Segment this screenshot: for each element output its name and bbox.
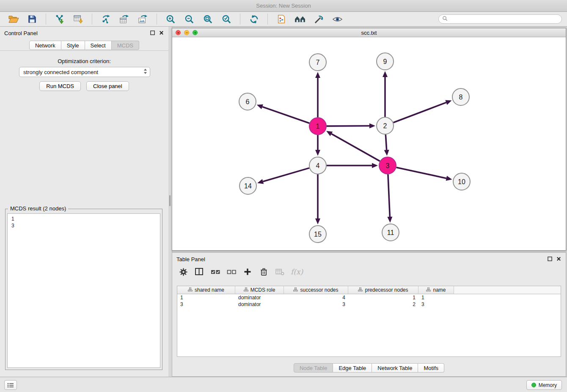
column-sort-icon: [426, 287, 431, 293]
export-table-icon[interactable]: [117, 13, 132, 25]
graph-edge-arrowhead: [372, 163, 378, 168]
close-panel-icon[interactable]: [159, 30, 164, 36]
close-panel-button[interactable]: Close panel: [86, 81, 129, 91]
graph-node-label-15: 15: [314, 231, 322, 238]
refresh-icon[interactable]: [246, 13, 261, 25]
float-table-panel-icon[interactable]: [547, 256, 553, 262]
memory-button[interactable]: Memory: [526, 380, 562, 390]
network-window-title: scc.txt: [172, 30, 566, 36]
table-cell[interactable]: 4: [284, 294, 348, 301]
search-field[interactable]: [438, 14, 562, 24]
column-sort-icon: [188, 287, 193, 293]
network-view-window: scc.txt 7968124314101511: [172, 28, 566, 251]
mcds-result-list[interactable]: 1 3: [7, 213, 160, 368]
table-cell[interactable]: 1: [177, 294, 235, 301]
tab-network-table[interactable]: Network Table: [372, 363, 418, 373]
column-header-predecessor-nodes[interactable]: predecessor nodes: [348, 286, 418, 294]
show-hide-graphics-icon[interactable]: [330, 13, 345, 25]
tab-style[interactable]: Style: [61, 41, 85, 50]
table-panel-tabs: Node TableEdge TableNetwork TableMotifs: [172, 363, 566, 373]
table-row[interactable]: 3dominator323: [177, 301, 561, 308]
tab-edge-table[interactable]: Edge Table: [333, 363, 372, 373]
table-cell[interactable]: 1: [348, 294, 418, 301]
graph-edge-arrowhead: [384, 150, 389, 156]
table-panel-header: Table Panel: [172, 253, 566, 265]
graph-edge-arrowhead: [315, 150, 320, 156]
delete-table-icon: [275, 265, 285, 278]
window-titlebar: Session: New Session: [0, 0, 567, 12]
toolbar-separator: [92, 14, 92, 25]
gear-icon[interactable]: [178, 265, 188, 278]
graph-node-label-4: 4: [316, 162, 320, 169]
new-network-from-selection-icon[interactable]: [274, 13, 289, 25]
import-table-icon[interactable]: [71, 13, 86, 25]
graph-edge-1-2[interactable]: [327, 126, 369, 126]
graph-edge-4-14[interactable]: [263, 168, 309, 182]
graph-edge-arrowhead: [315, 72, 320, 78]
export-network-icon[interactable]: [98, 13, 113, 25]
network-canvas[interactable]: 7968124314101511: [172, 37, 566, 250]
table-cell[interactable]: 3: [177, 301, 235, 308]
graph-node-label-6: 6: [246, 98, 250, 105]
graph-edge-1-6[interactable]: [262, 107, 309, 123]
table-cell[interactable]: dominator: [235, 301, 284, 308]
select-all-checkboxes-icon[interactable]: [210, 265, 220, 278]
network-window-titlebar: scc.txt: [172, 28, 566, 37]
graph-edge-arrowhead: [257, 179, 264, 184]
table-body: 1dominator4113dominator323: [177, 294, 561, 308]
clear-all-checkboxes-icon[interactable]: [226, 265, 237, 278]
tab-network[interactable]: Network: [29, 41, 61, 50]
dropdown-stepper-icon: [143, 68, 147, 76]
save-session-icon[interactable]: [25, 13, 40, 25]
graph-edge-3-1[interactable]: [331, 134, 380, 161]
column-header-mcds-role[interactable]: MCDS role: [235, 286, 284, 294]
zoom-selected-icon[interactable]: [219, 13, 234, 25]
graph-node-label-10: 10: [458, 178, 465, 185]
close-table-panel-icon[interactable]: [556, 256, 561, 262]
graph-edge-2-3[interactable]: [385, 135, 386, 150]
control-panel-title: Control Panel: [4, 30, 38, 36]
float-panel-icon[interactable]: [150, 30, 155, 36]
delete-column-icon[interactable]: [259, 265, 269, 278]
table-panel-title: Table Panel: [176, 256, 205, 262]
column-sort-icon: [358, 287, 363, 293]
tab-mcds[interactable]: MCDS: [112, 41, 139, 50]
column-header-shared-name[interactable]: shared name: [177, 286, 235, 294]
zoom-fit-icon[interactable]: [200, 13, 215, 25]
tab-motifs[interactable]: Motifs: [418, 363, 444, 373]
task-history-icon[interactable]: [4, 380, 17, 390]
search-input[interactable]: [450, 16, 561, 22]
export-image-icon[interactable]: [135, 13, 151, 25]
mcds-result-group: MCDS result (2 nodes) 1 3: [5, 209, 162, 370]
search-icon: [442, 16, 448, 22]
table-cell[interactable]: dominator: [235, 294, 284, 301]
column-header-name[interactable]: name: [418, 286, 454, 294]
first-neighbors-icon[interactable]: [292, 13, 308, 25]
table-cell[interactable]: 3: [418, 301, 454, 308]
open-folder-icon[interactable]: [6, 13, 21, 25]
table-cell[interactable]: 2: [348, 301, 418, 308]
apply-style-icon[interactable]: [311, 13, 326, 25]
zoom-in-icon[interactable]: [163, 13, 178, 25]
column-sort-icon: [244, 287, 248, 293]
graph-edge-3-11[interactable]: [388, 174, 390, 217]
tab-select[interactable]: Select: [85, 41, 112, 50]
column-header-successor-nodes[interactable]: successor nodes: [284, 286, 348, 294]
import-network-icon[interactable]: [52, 13, 67, 25]
add-column-icon[interactable]: [242, 265, 253, 278]
split-columns-icon[interactable]: [194, 265, 204, 278]
zoom-out-icon[interactable]: [182, 13, 197, 25]
table-row[interactable]: 1dominator411: [177, 294, 561, 301]
optimization-criterion-label: Optimization criterion:: [0, 58, 168, 64]
table-cell[interactable]: 1: [418, 294, 454, 301]
graph-edge-3-10[interactable]: [396, 167, 446, 178]
table-panel: Table Panel f(x) shared nameMCDS rolesuc…: [172, 252, 566, 377]
graph-edge-2-8[interactable]: [394, 102, 446, 122]
run-mcds-button[interactable]: Run MCDS: [39, 81, 81, 91]
graph-edge-arrowhead: [446, 176, 452, 181]
optimization-criterion-dropdown[interactable]: strongly connected component: [19, 67, 150, 77]
application-window: Session: New Session Control Panel Netwo…: [0, 0, 567, 392]
tab-node-table[interactable]: Node Table: [294, 363, 333, 373]
table-cell[interactable]: 3: [284, 301, 348, 308]
graph-edge-arrowhead: [315, 218, 320, 224]
